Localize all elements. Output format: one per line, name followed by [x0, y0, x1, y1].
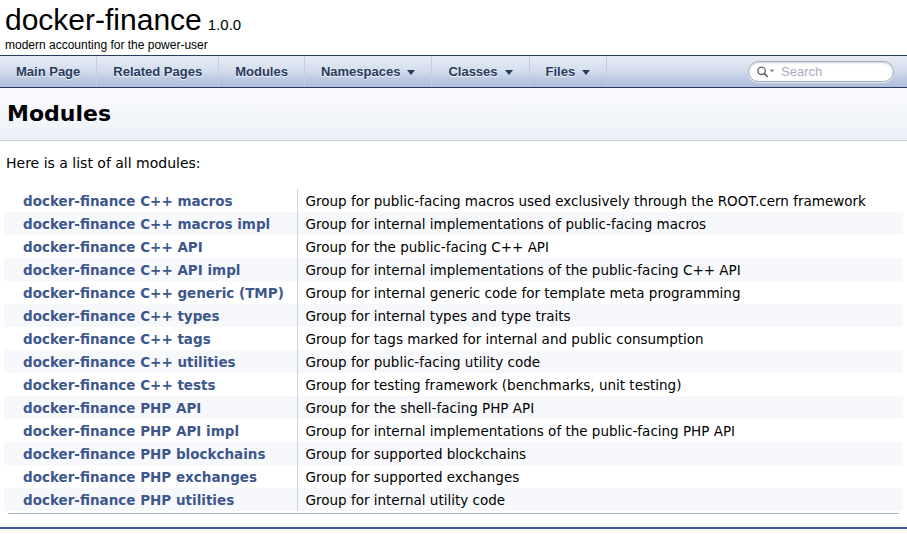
nav-tab-link[interactable]: Main Page	[16, 64, 80, 79]
module-desc-cell: Group for testing framework (benchmarks,…	[297, 373, 903, 396]
contents-end-rule	[8, 513, 899, 514]
project-name: docker-finance	[5, 3, 202, 36]
table-row: docker-finance C++ generic (TMP) Group f…	[4, 281, 903, 304]
module-link[interactable]: docker-finance PHP utilities	[23, 492, 234, 508]
table-row: docker-finance C++ API Group for the pub…	[4, 235, 903, 258]
module-entry-cell: docker-finance PHP API impl	[4, 419, 297, 442]
module-link[interactable]: docker-finance C++ utilities	[23, 354, 236, 370]
nav-tab[interactable]: Classes	[432, 56, 529, 87]
modules-table-body: docker-finance C++ macros Group for publ…	[4, 189, 903, 511]
module-desc-cell: Group for internal implementations of th…	[297, 419, 903, 442]
module-entry-cell: docker-finance C++ generic (TMP)	[4, 281, 297, 304]
module-entry-cell: docker-finance C++ utilities	[4, 350, 297, 373]
module-desc-cell: Group for supported exchanges	[297, 465, 903, 488]
module-entry-cell: docker-finance C++ macros impl	[4, 212, 297, 235]
nav-tab-link[interactable]: Files	[546, 64, 591, 79]
search-caret-icon	[770, 69, 775, 72]
nav-tab-link[interactable]: Classes	[448, 64, 512, 79]
project-brief: modern accounting for the power-user	[5, 38, 907, 55]
module-entry-cell: docker-finance PHP blockchains	[4, 442, 297, 465]
chevron-down-icon	[407, 70, 415, 75]
intro-text: Here is a list of all modules:	[6, 155, 903, 172]
module-link[interactable]: docker-finance C++ types	[23, 308, 220, 324]
module-entry-cell: docker-finance C++ API	[4, 235, 297, 258]
page-title: Modules	[7, 100, 900, 127]
nav-tab-label: Related Pages	[113, 64, 202, 79]
nav-tab[interactable]: Main Page	[0, 56, 97, 87]
nav-tab[interactable]: Modules	[219, 56, 305, 87]
table-row: docker-finance C++ types Group for inter…	[4, 304, 903, 327]
module-desc-cell: Group for internal utility code	[297, 488, 903, 511]
project-name-row: docker-finance1.0.0	[5, 2, 907, 38]
project-version: 1.0.0	[208, 16, 241, 33]
nav-tab-label: Classes	[448, 64, 497, 79]
table-row: docker-finance PHP exchanges Group for s…	[4, 465, 903, 488]
chevron-down-icon	[505, 70, 513, 75]
nav-tab-label: Main Page	[16, 64, 80, 79]
footer: Generated by doxygen 1.9.4	[0, 529, 907, 534]
module-desc-cell: Group for internal generic code for temp…	[297, 281, 903, 304]
chevron-down-icon	[582, 70, 590, 75]
module-entry-cell: docker-finance C++ API impl	[4, 258, 297, 281]
nav-tab[interactable]: Files	[530, 56, 608, 87]
module-desc-cell: Group for tags marked for internal and p…	[297, 327, 903, 350]
module-link[interactable]: docker-finance C++ API impl	[23, 262, 240, 278]
table-row: docker-finance PHP API Group for the she…	[4, 396, 903, 419]
title-area: docker-finance1.0.0 modern accounting fo…	[0, 0, 907, 55]
table-row: docker-finance PHP blockchains Group for…	[4, 442, 903, 465]
contents: Here is a list of all modules: docker-fi…	[0, 155, 907, 514]
table-row: docker-finance C++ API impl Group for in…	[4, 258, 903, 281]
module-link[interactable]: docker-finance C++ tags	[23, 331, 211, 347]
nav-tab-link[interactable]: Modules	[235, 64, 288, 79]
module-desc-cell: Group for the shell-facing PHP API	[297, 396, 903, 419]
module-link[interactable]: docker-finance PHP blockchains	[23, 446, 266, 462]
module-entry-cell: docker-finance PHP utilities	[4, 488, 297, 511]
nav-tab-link[interactable]: Namespaces	[321, 64, 416, 79]
module-link[interactable]: docker-finance C++ macros impl	[23, 216, 270, 232]
nav-tab-link[interactable]: Related Pages	[113, 64, 202, 79]
search-area	[748, 56, 907, 87]
modules-table: docker-finance C++ macros Group for publ…	[4, 189, 903, 511]
nav-tab-label: Files	[546, 64, 576, 79]
module-link[interactable]: docker-finance C++ macros	[23, 193, 233, 209]
table-row: docker-finance C++ macros impl Group for…	[4, 212, 903, 235]
table-row: docker-finance C++ tests Group for testi…	[4, 373, 903, 396]
module-desc-cell: Group for internal implementations of pu…	[297, 212, 903, 235]
search-input[interactable]	[781, 64, 885, 79]
module-link[interactable]: docker-finance PHP API	[23, 400, 201, 416]
module-desc-cell: Group for public-facing utility code	[297, 350, 903, 373]
module-entry-cell: docker-finance PHP exchanges	[4, 465, 297, 488]
module-link[interactable]: docker-finance C++ API	[23, 239, 203, 255]
nav-tab[interactable]: Related Pages	[97, 56, 219, 87]
module-desc-cell: Group for internal types and type traits	[297, 304, 903, 327]
module-desc-cell: Group for supported blockchains	[297, 442, 903, 465]
search-magnifier-group[interactable]	[756, 65, 776, 79]
nav-tab-list: Main Page Related Pages Modules Namespac…	[0, 56, 607, 87]
table-row: docker-finance PHP API impl Group for in…	[4, 419, 903, 442]
search-icon	[756, 65, 776, 79]
module-link[interactable]: docker-finance C++ tests	[23, 377, 216, 393]
nav-tab-label: Namespaces	[321, 64, 401, 79]
module-link[interactable]: docker-finance PHP API impl	[23, 423, 239, 439]
module-entry-cell: docker-finance C++ tags	[4, 327, 297, 350]
module-entry-cell: docker-finance PHP API	[4, 396, 297, 419]
module-entry-cell: docker-finance C++ types	[4, 304, 297, 327]
nav-tab[interactable]: Namespaces	[305, 56, 433, 87]
table-row: docker-finance C++ macros Group for publ…	[4, 189, 903, 212]
module-entry-cell: docker-finance C++ tests	[4, 373, 297, 396]
module-link[interactable]: docker-finance PHP exchanges	[23, 469, 257, 485]
nav-tab-label: Modules	[235, 64, 288, 79]
module-desc-cell: Group for internal implementations of th…	[297, 258, 903, 281]
page-header: Modules	[0, 88, 907, 141]
main-nav-bar: Main Page Related Pages Modules Namespac…	[0, 55, 907, 88]
table-row: docker-finance PHP utilities Group for i…	[4, 488, 903, 511]
table-row: docker-finance C++ utilities Group for p…	[4, 350, 903, 373]
module-link[interactable]: docker-finance C++ generic (TMP)	[23, 285, 284, 301]
module-desc-cell: Group for public-facing macros used excl…	[297, 189, 903, 212]
module-desc-cell: Group for the public-facing C++ API	[297, 235, 903, 258]
search-box[interactable]	[748, 61, 894, 82]
table-row: docker-finance C++ tags Group for tags m…	[4, 327, 903, 350]
module-entry-cell: docker-finance C++ macros	[4, 189, 297, 212]
